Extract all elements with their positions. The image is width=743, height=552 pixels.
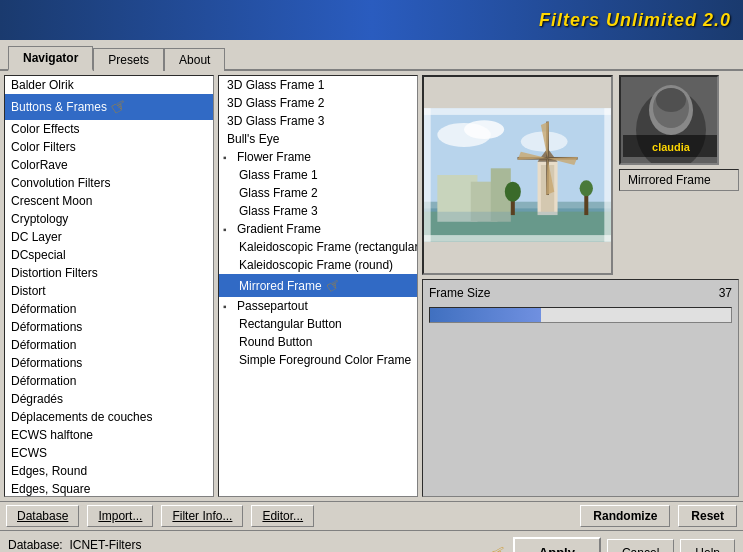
svg-point-34 [656,88,686,112]
param-row-frame-size: Frame Size 37 [429,286,732,300]
category-item-ecws[interactable]: ECWS [5,444,213,462]
category-item-colorrave[interactable]: ColorRave [5,156,213,174]
title-bar: Filters Unlimited 2.0 [0,0,743,40]
category-item-degrades[interactable]: Dégradés [5,390,213,408]
main-preview [422,75,613,275]
status-bar: Database: ICNET-Filters Filters: 4523 ☞ … [0,530,743,552]
action-buttons: ☞ Apply Cancel Help [489,537,735,552]
main-content: Balder Olrik Buttons & Frames ☞ Color Ef… [0,71,743,501]
apply-button[interactable]: Apply [513,537,601,552]
filter-kaleidoscopic-rect[interactable]: Kaleidoscopic Frame (rectangular) [219,238,417,256]
svg-rect-26 [424,108,611,115]
filter-name-display: Mirrored Frame [619,169,739,191]
category-item-deformations2[interactable]: Déformations [5,354,213,372]
app-title: Filters Unlimited 2.0 [539,10,731,31]
category-item-deformations1[interactable]: Déformations [5,318,213,336]
filter-passepartout[interactable]: ▪ Passepartout [219,297,417,315]
tab-presets[interactable]: Presets [93,48,164,71]
category-item-ecws-halftone[interactable]: ECWS halftone [5,426,213,444]
category-item-deformation1[interactable]: Déformation [5,300,213,318]
database-button[interactable]: Database [6,505,79,527]
param-slider-row[interactable] [429,307,732,323]
param-label-frame-size: Frame Size [429,286,692,300]
filter-rectangular-button[interactable]: Rectangular Button [219,315,417,333]
category-item-cryptology[interactable]: Cryptology [5,210,213,228]
preview-top: claudia Mirrored Frame [422,75,739,275]
group-expand-icon2: ▪ [223,224,235,235]
param-value-frame-size: 37 [692,286,732,300]
category-item-convolution[interactable]: Convolution Filters [5,174,213,192]
category-item-distort[interactable]: Distort [5,282,213,300]
filter-glass-3[interactable]: Glass Frame 3 [219,202,417,220]
category-item-deformation3[interactable]: Déformation [5,372,213,390]
filter-flower-frame[interactable]: ▪ Flower Frame [219,148,417,166]
param-empty-4 [429,399,732,417]
filter-bulls-eye[interactable]: Bull's Eye [219,130,417,148]
filter-round-button[interactable]: Round Button [219,333,417,351]
editor-button[interactable]: Editor... [251,505,314,527]
reset-button[interactable]: Reset [678,505,737,527]
category-item-edges-round[interactable]: Edges, Round [5,462,213,480]
arrow-icon-buttons: ☞ [107,93,132,120]
filter-glass-1[interactable]: Glass Frame 1 [219,166,417,184]
filter-3d-3[interactable]: 3D Glass Frame 3 [219,112,417,130]
svg-point-25 [580,180,593,196]
cancel-button[interactable]: Cancel [607,539,674,553]
filter-kaleidoscopic-round[interactable]: Kaleidoscopic Frame (round) [219,256,417,274]
svg-text:claudia: claudia [652,141,691,153]
svg-point-23 [505,182,521,202]
filter-3d-1[interactable]: 3D Glass Frame 1 [219,76,417,94]
param-empty-3 [429,376,732,394]
category-item-color-filters[interactable]: Color Filters [5,138,213,156]
category-list[interactable]: Balder Olrik Buttons & Frames ☞ Color Ef… [4,75,214,497]
apply-hand-icon: ☞ [484,538,512,552]
tab-about[interactable]: About [164,48,225,71]
svg-rect-29 [604,108,611,242]
params-area: Frame Size 37 [422,279,739,497]
bottom-toolbar: Database Import... Filter Info... Editor… [0,501,743,530]
filter-3d-2[interactable]: 3D Glass Frame 2 [219,94,417,112]
randomize-button[interactable]: Randomize [580,505,670,527]
category-item-dc-layer[interactable]: DC Layer [5,228,213,246]
category-item-dcspecial[interactable]: DCspecial [5,246,213,264]
category-item-color-effects[interactable]: Color Effects [5,120,213,138]
tab-navigator[interactable]: Navigator [8,46,93,71]
filter-glass-2[interactable]: Glass Frame 2 [219,184,417,202]
filter-gradient-frame[interactable]: ▪ Gradient Frame [219,220,417,238]
help-button[interactable]: Help [680,539,735,553]
preview-thumb: claudia [619,75,719,165]
param-empty-1 [429,330,732,348]
tab-bar: Navigator Presets About [0,40,743,71]
svg-rect-27 [424,235,611,242]
group-expand-icon: ▪ [223,152,235,163]
filter-info-button[interactable]: Filter Info... [161,505,243,527]
status-db-label: Database: [8,538,63,552]
category-item-distortion[interactable]: Distortion Filters [5,264,213,282]
svg-rect-28 [424,108,431,242]
param-slider-fill [430,308,541,322]
category-item-buttons-frames[interactable]: Buttons & Frames ☞ [5,94,213,120]
filter-list[interactable]: 3D Glass Frame 1 3D Glass Frame 2 3D Gla… [218,75,418,497]
status-database: Database: ICNET-Filters Filters: 4523 [8,538,141,553]
category-item-deplacements[interactable]: Déplacements de couches [5,408,213,426]
group-expand-icon3: ▪ [223,301,235,312]
import-button[interactable]: Import... [87,505,153,527]
filter-simple-foreground[interactable]: Simple Foreground Color Frame [219,351,417,369]
category-item-balder[interactable]: Balder Olrik [5,76,213,94]
filter-mirrored-frame[interactable]: Mirrored Frame ☞ [219,274,417,297]
param-empty-2 [429,353,732,371]
category-item-deformation2[interactable]: Déformation [5,336,213,354]
category-item-crescent[interactable]: Crescent Moon [5,192,213,210]
status-db-value: ICNET-Filters [69,538,141,552]
thumb-section: claudia Mirrored Frame [619,75,739,275]
arrow-icon-mirrored: ☞ [322,274,344,297]
svg-point-2 [464,120,504,139]
right-panel: claudia Mirrored Frame Frame Size 37 [422,75,739,497]
category-item-edges-square[interactable]: Edges, Square [5,480,213,497]
